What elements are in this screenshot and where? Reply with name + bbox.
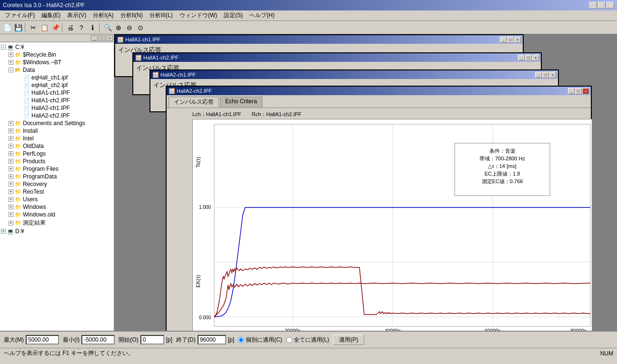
mdi-minimize-hall2ch2[interactable]: _	[568, 88, 575, 94]
expand-products[interactable]: +	[9, 159, 13, 164]
tree-item-progfiles[interactable]: + 📁 Program Files	[0, 165, 114, 173]
expand-intel[interactable]: +	[9, 136, 13, 141]
start-input[interactable]	[140, 335, 164, 344]
expand-windows[interactable]: +	[9, 205, 13, 209]
tree-item-install[interactable]: + 📁 Install	[0, 127, 114, 135]
radio-all[interactable]: 全てに適用(L)	[286, 336, 329, 344]
menu-help[interactable]: ヘルプ(H)	[247, 10, 278, 20]
tree-item-measurements[interactable]: + 📁 測定結果	[0, 218, 114, 227]
tree-item-file6[interactable]: 📄 HallA2-ch2.IPF	[0, 112, 114, 119]
minimize-button[interactable]: _	[589, 2, 597, 9]
tree-item-file5[interactable]: 📄 HallA2-ch1.IPF	[0, 104, 114, 112]
mdi-maximize-hall1ch2[interactable]: □	[525, 55, 532, 61]
tree-item-perflogs[interactable]: + 📁 PerfLogs	[0, 150, 114, 157]
mdi-minimize-hall1ch2[interactable]: _	[518, 55, 525, 61]
expand-measurements[interactable]: +	[9, 221, 13, 226]
folder-icon: 📁	[14, 181, 22, 187]
tree-item-recycle[interactable]: + 📁 $Recycle.Bin	[0, 51, 114, 59]
tree-item-windowsold[interactable]: + 📁 Windows.old	[0, 211, 114, 218]
mdi-close-hall1ch1[interactable]: ×	[514, 37, 521, 43]
expand-users[interactable]: +	[9, 197, 13, 202]
radio-individual-input[interactable]	[238, 337, 244, 343]
toolbar-cut[interactable]: ✂	[28, 22, 39, 33]
tree-item-docs[interactable]: + 📁 Documents and Settings	[0, 119, 114, 127]
mdi-title-hall2ch1[interactable]: 🪟 HallA2-ch1.IPF _ □ ×	[150, 70, 558, 79]
max-input[interactable]	[26, 335, 59, 344]
tree-item-file4[interactable]: 📄 HallA1-ch2.IPF	[0, 97, 114, 104]
tree-header-btn3[interactable]: ×	[106, 35, 113, 41]
expand-data[interactable]: −	[9, 68, 13, 72]
end-input[interactable]	[198, 335, 226, 344]
min-input[interactable]	[81, 335, 115, 344]
tree-item-file3[interactable]: 📄 HallA1-ch1.IPF	[0, 89, 114, 97]
expand-docs[interactable]: +	[9, 121, 13, 126]
toolbar-new[interactable]: 📄	[2, 22, 12, 33]
toolbar-print[interactable]: 🖨	[65, 22, 76, 33]
mdi-maximize-hall2ch2[interactable]: □	[575, 88, 582, 94]
mdi-title-hall1ch2[interactable]: 🪟 HallA1-ch2.IPF _ □ ×	[133, 53, 541, 62]
toolbar-about[interactable]: ℹ	[87, 22, 98, 33]
apply-button[interactable]: 適用(P)	[333, 334, 364, 345]
expand-c[interactable]: −	[1, 45, 6, 49]
tree-item-progdata[interactable]: + 📁 ProgramData	[0, 173, 114, 180]
menu-analysis1[interactable]: 分析I(A)	[90, 10, 116, 20]
close-button[interactable]: ×	[607, 2, 614, 9]
tree-item-windows[interactable]: + 📁 Windows	[0, 203, 114, 211]
toolbar-help[interactable]: ?	[76, 22, 87, 33]
tree-item-products[interactable]: + 📁 Products	[0, 157, 114, 165]
mdi-close-hall2ch1[interactable]: ×	[549, 72, 556, 78]
expand-winbt[interactable]: +	[9, 60, 13, 65]
tree-root-c[interactable]: − 💻 C:¥	[0, 43, 114, 51]
maximize-button[interactable]: □	[598, 2, 606, 9]
mdi-maximize-hall1ch1[interactable]: □	[507, 37, 514, 43]
expand-recovery[interactable]: +	[9, 182, 13, 187]
expand-d[interactable]: +	[1, 229, 6, 234]
radio-individual[interactable]: 個別に適用(C)	[238, 336, 282, 344]
menu-window[interactable]: ウィンドウ(W)	[177, 10, 220, 20]
expand-windowsold[interactable]: +	[9, 212, 13, 217]
expand-olddata[interactable]: +	[9, 144, 13, 148]
tab-impulse[interactable]: インパルス応答	[169, 97, 219, 108]
mdi-title-hall2ch2[interactable]: 🪟 HallA2-ch2.IPF _ □ ×	[167, 87, 591, 95]
menu-file[interactable]: ファイル(F)	[2, 10, 38, 20]
toolbar-paste[interactable]: 📌	[50, 22, 60, 33]
expand-progdata[interactable]: +	[9, 174, 13, 179]
tree-root-d[interactable]: + 💻 D:¥	[0, 227, 114, 235]
toolbar-copy[interactable]: 📋	[39, 22, 50, 33]
toolbar-save[interactable]: 💾	[13, 22, 23, 33]
toolbar-zoom-in[interactable]: ⊕	[113, 22, 124, 33]
tree-item-recovery[interactable]: + 📁 Recovery	[0, 180, 114, 188]
tree-item-reotest[interactable]: + 📁 ReoTest	[0, 188, 114, 196]
tree-item-olddata[interactable]: + 📁 OldData	[0, 142, 114, 150]
tab-echo[interactable]: Echo Critera	[220, 97, 262, 108]
expand-progfiles[interactable]: +	[9, 167, 13, 171]
mdi-title-hall1ch1[interactable]: 🪟 HallA1-ch1.IPF _ □ ×	[115, 35, 523, 44]
radio-all-input[interactable]	[286, 337, 292, 343]
expand-perflogs[interactable]: +	[9, 151, 13, 156]
menu-edit[interactable]: 編集(E)	[39, 10, 63, 20]
mdi-minimize-hall1ch1[interactable]: _	[500, 37, 507, 43]
expand-install[interactable]: +	[9, 128, 13, 133]
tree-item-file1[interactable]: 📄 eqHall_ch1.ipf	[0, 74, 114, 81]
tree-item-winbt[interactable]: + 📁 $Windows.~BT	[0, 59, 114, 66]
toolbar-zoom-search[interactable]: 🔍	[102, 22, 113, 33]
tree-header-btn2[interactable]: □	[99, 35, 105, 41]
tree-header-btn1[interactable]: _	[91, 35, 98, 41]
menu-analysis3[interactable]: 分析III(L)	[147, 10, 176, 20]
tree-item-users[interactable]: + 📁 Users	[0, 196, 114, 203]
tree-item-data[interactable]: − 📂 Data	[0, 66, 114, 74]
menu-analysis2[interactable]: 分析II(N)	[118, 10, 146, 20]
apply-radio-group: 個別に適用(C) 全てに適用(L)	[238, 336, 329, 344]
toolbar-zoom-reset[interactable]: ⊙	[135, 22, 146, 33]
menu-settings[interactable]: 設定(S)	[221, 10, 246, 20]
mdi-maximize-hall2ch1[interactable]: □	[542, 72, 549, 78]
expand-reotest[interactable]: +	[9, 189, 13, 194]
tree-item-file2[interactable]: 📄 eqHall_ch2.ipf	[0, 81, 114, 89]
expand-recycle[interactable]: +	[9, 52, 13, 57]
toolbar-zoom-out[interactable]: ⊖	[124, 22, 135, 33]
mdi-close-hall2ch2[interactable]: ×	[582, 88, 589, 94]
menu-view[interactable]: 表示(V)	[64, 10, 89, 20]
mdi-minimize-hall2ch1[interactable]: _	[535, 72, 542, 78]
mdi-close-hall1ch2[interactable]: ×	[532, 55, 539, 61]
tree-item-intel[interactable]: + 📁 Intel	[0, 135, 114, 142]
